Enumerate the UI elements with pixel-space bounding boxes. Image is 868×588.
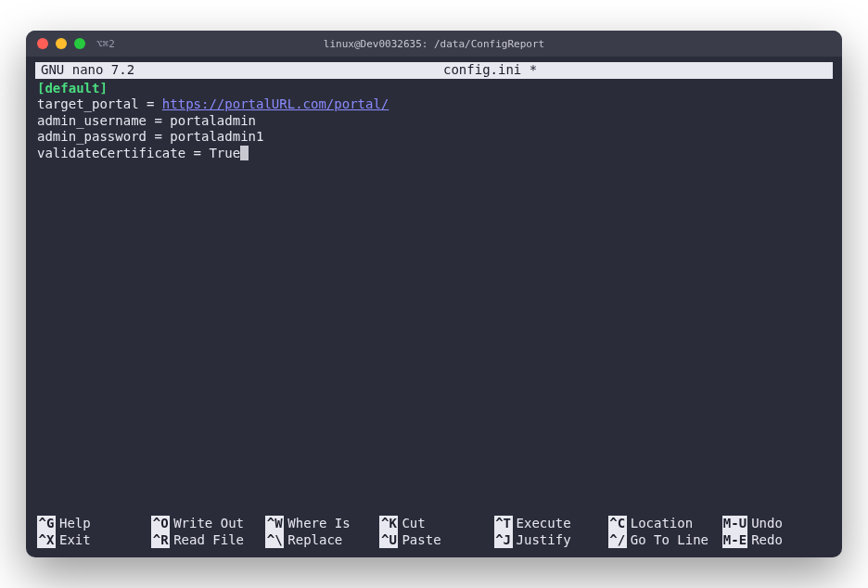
shortcut-gotoline[interactable]: ^/Go To Line [608,532,717,549]
config-line: admin_username = portaladmin [37,113,831,130]
ini-section: [default] [37,81,108,96]
terminal-body[interactable]: GNU nano 7.2 config.ini * [default] targ… [26,57,842,557]
shortcut-whereis[interactable]: ^WWhere Is [265,516,374,532]
shortcut-location[interactable]: ^CLocation [608,516,717,532]
config-line: validateCertificate = True [37,146,831,162]
shortcut-replace[interactable]: ^\Replace [265,532,374,549]
minimize-icon[interactable] [56,38,67,49]
nano-shortcuts: ^GHelp ^OWrite Out ^WWhere Is ^KCut ^TEx… [35,516,833,548]
nano-file-label: config.ini * [153,62,827,79]
shortcut-undo[interactable]: M-UUndo [722,516,831,532]
url-value: https://portalURL.com/portal/ [162,96,389,111]
shortcut-paste[interactable]: ^UPaste [379,532,488,549]
titlebar: ⌥⌘2 linux@Dev0032635: /data/ConfigReport [26,31,842,57]
nano-app-label: GNU nano 7.2 [41,62,153,79]
tab-label: ⌥⌘2 [96,38,115,50]
terminal-window: ⌥⌘2 linux@Dev0032635: /data/ConfigReport… [26,31,842,557]
window-title: linux@Dev0032635: /data/ConfigReport [324,38,544,50]
text-cursor [240,146,249,160]
shortcut-exit[interactable]: ^XExit [37,532,146,549]
shortcut-execute[interactable]: ^TExecute [494,516,603,532]
shortcut-cut[interactable]: ^KCut [379,516,488,532]
maximize-icon[interactable] [74,38,85,49]
config-line: target_portal = https://portalURL.com/po… [37,96,831,113]
shortcut-redo[interactable]: M-ERedo [722,532,831,549]
shortcut-writeout[interactable]: ^OWrite Out [151,516,260,532]
shortcut-justify[interactable]: ^JJustify [494,532,603,549]
close-icon[interactable] [37,38,48,49]
nano-header: GNU nano 7.2 config.ini * [35,62,833,79]
traffic-lights [37,38,85,49]
editor-content[interactable]: [default] target_portal = https://portal… [35,81,833,517]
shortcut-readfile[interactable]: ^RRead File [151,532,260,549]
config-line: admin_password = portaladmin1 [37,129,831,146]
shortcut-help[interactable]: ^GHelp [37,516,146,532]
